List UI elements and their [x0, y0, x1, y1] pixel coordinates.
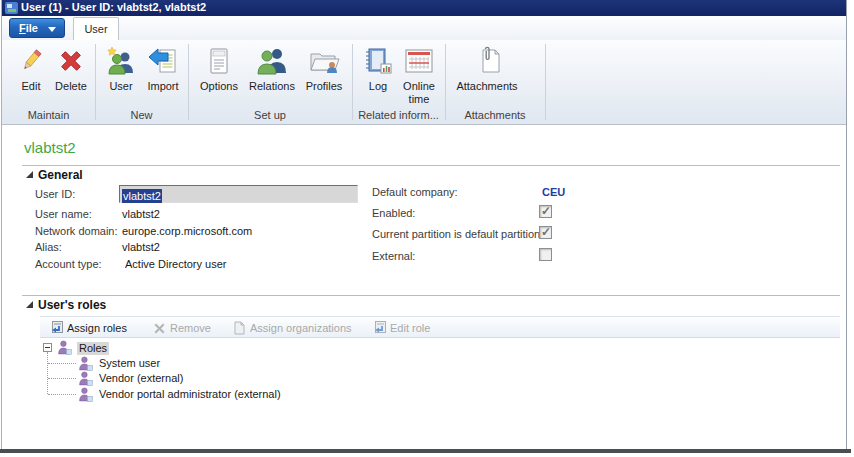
role-person-icon [78, 387, 93, 406]
section-divider [22, 165, 840, 166]
new-user-button[interactable]: User [102, 44, 140, 108]
delete-x-icon [49, 44, 93, 78]
log-button[interactable]: Log [359, 44, 397, 108]
group-label-attachments: Attachments [445, 109, 545, 121]
assign-roles-label: Assign roles [67, 322, 127, 334]
remove-label: Remove [170, 322, 211, 334]
import-arrow-icon [139, 44, 187, 78]
log-notebook-icon [359, 44, 397, 78]
ribbon: Edit Delete User Import Options [2, 40, 846, 125]
file-menu-label: File [19, 22, 38, 34]
delete-button[interactable]: Delete [49, 44, 93, 108]
app-window-icon [5, 2, 18, 16]
roles-toolbar: Assign roles Remove Assign organizations… [40, 316, 840, 338]
group-label-new: New [95, 109, 188, 121]
enabled-checkbox[interactable] [539, 205, 552, 218]
file-menu-button[interactable]: File [9, 18, 65, 38]
alias-label: Alias: [35, 241, 62, 253]
relations-people-icon [246, 44, 298, 78]
window-bottom-border [0, 449, 851, 453]
collapse-triangle-icon[interactable] [26, 301, 33, 308]
profiles-folder-icon [300, 44, 348, 78]
user-id-label: User ID: [35, 188, 75, 200]
tree-collapse-minus-icon[interactable] [43, 343, 52, 352]
tree-connector [48, 394, 76, 395]
section-divider [22, 295, 840, 296]
new-user-button-label: User [102, 80, 140, 93]
edit-button[interactable]: Edit [12, 44, 50, 108]
assign-organizations-button[interactable]: Assign organizations [233, 317, 352, 339]
remove-button[interactable]: Remove [153, 317, 211, 339]
edit-button-label: Edit [12, 80, 50, 93]
tree-connector [48, 363, 76, 364]
enabled-label: Enabled: [372, 207, 415, 219]
user-name-label: User name: [35, 208, 92, 220]
log-button-label: Log [359, 80, 397, 93]
user-form-window: User (1) - User ID: vlabtst2, vlabtst2 F… [1, 0, 847, 450]
collapse-triangle-icon[interactable] [26, 171, 33, 178]
profiles-button-label: Profiles [300, 80, 348, 93]
tree-node-system-user[interactable]: System user [99, 357, 160, 370]
import-button[interactable]: Import [139, 44, 187, 108]
user-name-value[interactable]: vlabtst2 [122, 208, 160, 220]
group-label-related-information: Related inform... [352, 109, 445, 121]
assign-organizations-label: Assign organizations [250, 322, 352, 334]
titlebar[interactable]: User (1) - User ID: vlabtst2, vlabtst2 [2, 0, 846, 16]
window-title: User (1) - User ID: vlabtst2, vlabtst2 [21, 1, 206, 13]
user-id-input[interactable]: vlabtst2 [119, 185, 358, 203]
online-time-button-label: Online time [396, 80, 442, 106]
default-company-label: Default company: [372, 186, 458, 198]
edit-role-label: Edit role [390, 322, 430, 334]
group-label-maintain: Maintain [2, 109, 95, 121]
external-checkbox[interactable] [539, 248, 552, 261]
relations-button[interactable]: Relations [246, 44, 298, 108]
attachments-button[interactable]: Attachments [449, 44, 525, 108]
attachments-button-label: Attachments [449, 80, 525, 93]
assign-roles-button[interactable]: Assign roles [48, 317, 127, 339]
external-label: External: [372, 250, 415, 262]
alias-value[interactable]: vlabtst2 [122, 241, 160, 253]
account-type-value[interactable]: Active Directory user [125, 258, 226, 270]
remove-x-icon [153, 322, 166, 335]
section-header-general[interactable]: General [38, 168, 83, 182]
edit-role-icon [371, 321, 386, 335]
new-user-icon [102, 44, 140, 78]
role-person-icon [57, 340, 72, 359]
user-id-value: vlabtst2 [122, 189, 162, 203]
tab-user[interactable]: User [73, 17, 119, 40]
group-label-set-up: Set up [188, 109, 352, 121]
options-form-icon [195, 44, 243, 78]
tree-connector [47, 352, 48, 394]
tree-node-vendor-portal-admin[interactable]: Vendor portal administrator (external) [99, 388, 281, 401]
current-partition-checkbox[interactable] [539, 226, 552, 239]
page-title: vlabtst2 [24, 139, 76, 156]
attachment-paperclip-icon [449, 44, 525, 78]
account-type-label: Account type: [35, 258, 102, 270]
edit-role-button[interactable]: Edit role [371, 317, 430, 339]
import-button-label: Import [139, 80, 187, 93]
section-header-users-roles[interactable]: User's roles [38, 298, 106, 312]
relations-button-label: Relations [246, 80, 298, 93]
profiles-button[interactable]: Profiles [300, 44, 348, 108]
tree-connector [48, 378, 76, 379]
ribbon-tab-row: File User [2, 16, 846, 40]
network-domain-label: Network domain: [35, 225, 118, 237]
calendar-icon [396, 44, 442, 78]
screenshot-stage: User (1) - User ID: vlabtst2, vlabtst2 F… [0, 0, 854, 457]
tree-node-roles[interactable]: Roles [77, 342, 109, 355]
ribbon-group-separator [545, 44, 546, 120]
network-domain-value[interactable]: europe.corp.microsoft.com [122, 225, 252, 237]
options-button[interactable]: Options [195, 44, 243, 108]
pencil-icon [12, 44, 50, 78]
chevron-down-icon [48, 27, 56, 32]
online-time-button[interactable]: Online time [396, 44, 442, 108]
assign-organizations-icon [233, 321, 246, 335]
default-company-link[interactable]: CEU [542, 186, 565, 198]
delete-button-label: Delete [49, 80, 93, 93]
current-partition-label: Current partition is default partition: [372, 228, 543, 240]
assign-roles-icon [48, 321, 63, 335]
options-button-label: Options [195, 80, 243, 93]
tree-node-vendor-external[interactable]: Vendor (external) [99, 372, 183, 385]
